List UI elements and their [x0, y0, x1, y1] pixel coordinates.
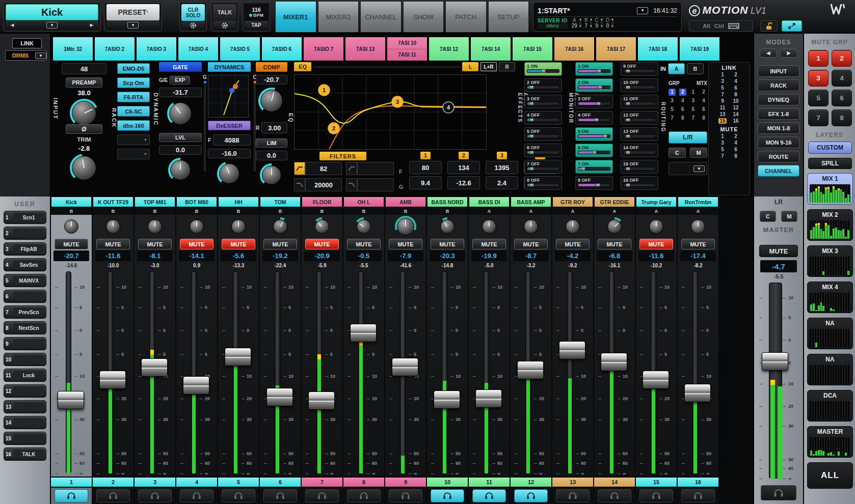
mute-button[interactable]: MUTE	[472, 239, 506, 249]
link-channel-14[interactable]: 14	[732, 111, 740, 117]
layer-tile-mix-3[interactable]: MIX 3	[807, 245, 853, 277]
aux-send[interactable]: 1 ON	[575, 62, 613, 76]
channel-fader[interactable]: 105051020305060∞	[343, 269, 384, 477]
fader-cap[interactable]	[517, 361, 544, 379]
comp-threshold-knob[interactable]	[258, 88, 285, 114]
master-headphone-button[interactable]	[761, 485, 796, 500]
grp-assign-7[interactable]: 7	[669, 115, 676, 122]
channel-name[interactable]: RonTrmbn	[678, 197, 718, 207]
grp-assign-2[interactable]: 2	[679, 89, 686, 96]
aux-send[interactable]: 13 OFF	[621, 127, 658, 141]
link-channel-13[interactable]: 13	[718, 111, 727, 117]
master-mute-button[interactable]: MUTE	[759, 245, 798, 257]
rack-plugin-slot[interactable]: C6-SC	[117, 106, 150, 117]
channel-fader[interactable]: 105051020305060∞	[135, 269, 175, 477]
aux-send[interactable]: 3 OFF	[575, 95, 613, 108]
fader-cap[interactable]	[99, 371, 126, 389]
input-a-button[interactable]: A	[668, 63, 685, 74]
pan-knob[interactable]	[271, 217, 289, 236]
mode-rack[interactable]: RACK	[758, 79, 799, 91]
solo-settings-gear-icon[interactable]	[181, 21, 205, 30]
master-m-button[interactable]: M	[781, 211, 797, 222]
routing-c-button[interactable]: C	[669, 148, 686, 158]
channel-group-select[interactable]: DRMS▼	[5, 50, 47, 61]
headphone-cue-button[interactable]	[305, 489, 339, 502]
link-channel-1[interactable]: 1	[718, 72, 727, 77]
aux-send[interactable]: 11 OFF	[621, 95, 658, 108]
mtx-assign-6[interactable]: 6	[700, 106, 707, 113]
pan-knob[interactable]	[395, 216, 416, 237]
lock-button[interactable]	[760, 20, 778, 32]
aux-send[interactable]: 7 OFF	[524, 160, 562, 174]
pan-knob[interactable]	[480, 217, 498, 236]
fader-cap[interactable]	[762, 352, 788, 371]
mute-link-2[interactable]: 2	[732, 133, 740, 139]
mute-group-2[interactable]: 2	[832, 50, 852, 67]
channel-name[interactable]: BOT M80	[176, 197, 217, 207]
headphone-cue-button[interactable]	[639, 489, 673, 502]
patch-cell[interactable]: 7ASI 14	[470, 37, 511, 61]
patch-cell[interactable]: 7ASIO 2	[94, 37, 135, 61]
aux-send[interactable]: 12 OFF	[621, 111, 658, 125]
gate-level-knob[interactable]	[168, 158, 193, 182]
mtx-assign-5[interactable]: 5	[689, 106, 697, 113]
user-key-1[interactable]: 1Scn1	[4, 211, 46, 224]
fader-cap[interactable]	[643, 371, 669, 389]
fader-cap[interactable]	[684, 384, 711, 402]
mode-mon-9-16[interactable]: MON 9-16	[758, 136, 799, 148]
pan-knob[interactable]	[355, 217, 373, 236]
mode-channel[interactable]: CHANNEL	[758, 165, 799, 177]
aux-send[interactable]: 4 OFF	[575, 111, 613, 125]
pan-knob[interactable]	[146, 217, 164, 236]
tab-mixer1[interactable]: MIXER1	[275, 1, 316, 33]
grp-assign-4[interactable]: 4	[679, 97, 686, 104]
aux-send[interactable]: 6 ON	[575, 144, 613, 157]
pan-knob[interactable]	[62, 217, 81, 236]
patch-cell[interactable]: 7ASI 12	[429, 37, 469, 61]
grp-assign-1[interactable]: 1	[669, 89, 676, 96]
channel-fader[interactable]: 105051020305060∞	[260, 269, 301, 477]
headphone-cue-button[interactable]	[347, 489, 381, 502]
mute-link-6[interactable]: 6	[732, 147, 740, 152]
mute-button[interactable]: MUTE	[96, 239, 130, 249]
mtx-assign-2[interactable]: 2	[700, 89, 707, 96]
aux-send[interactable]: 10 OFF	[621, 78, 658, 92]
mode-input[interactable]: INPUT	[758, 65, 799, 77]
user-key-9[interactable]: 9	[4, 337, 46, 350]
eq-band-gain[interactable]: 2.4	[486, 176, 518, 189]
channel-fader[interactable]: 105051020305060∞	[636, 269, 677, 477]
channel-name[interactable]: OH L	[343, 197, 384, 207]
patch-cell[interactable]: 7ASIO 5	[220, 37, 260, 61]
user-key-15[interactable]: 15	[4, 432, 46, 445]
mtx-assign-3[interactable]: 3	[689, 97, 697, 104]
tab-show[interactable]: SHOW	[403, 1, 444, 33]
mode-efx-1-8[interactable]: EFX 1-8	[758, 108, 799, 120]
hp-filter-field[interactable]: 82	[294, 162, 342, 175]
headphone-cue-button[interactable]	[472, 489, 506, 502]
channel-name[interactable]: FLOOR	[302, 197, 342, 207]
channel-name[interactable]: BASS DI	[469, 197, 510, 207]
session-dropdown[interactable]: ▼	[637, 7, 648, 14]
headphone-cue-button[interactable]	[431, 489, 464, 502]
prev-channel-button[interactable]: ◀	[6, 21, 19, 29]
comp-level-knob[interactable]	[260, 163, 283, 187]
polarity-button[interactable]: Ø	[66, 124, 102, 134]
user-key-12[interactable]: 12	[4, 384, 46, 398]
fader-cap[interactable]	[475, 389, 502, 408]
pan-knob[interactable]	[647, 217, 665, 236]
mode-mon-1-8[interactable]: MON 1-8	[758, 122, 799, 134]
master-c-button[interactable]: C	[760, 211, 776, 222]
link-channel-4[interactable]: 4	[732, 78, 740, 84]
channel-fader[interactable]: 105051020305060∞	[385, 269, 426, 477]
mute-link-4[interactable]: 4	[732, 140, 740, 146]
layer-tile-dca[interactable]: DCA	[807, 390, 853, 422]
mute-group-5[interactable]: 5	[808, 90, 829, 106]
mute-button[interactable]: MUTE	[556, 239, 590, 249]
headphone-cue-button[interactable]	[389, 489, 422, 502]
channel-name[interactable]: AMB	[385, 197, 426, 207]
link-channel-9[interactable]: 9	[718, 98, 727, 104]
rack-plugin-slot[interactable]: Scp Om	[117, 77, 150, 88]
channel-fader[interactable]: 105051020305060∞	[302, 269, 342, 477]
eq-mode-L[interactable]: L	[462, 62, 478, 71]
mode-route[interactable]: ROUTE	[758, 151, 799, 162]
